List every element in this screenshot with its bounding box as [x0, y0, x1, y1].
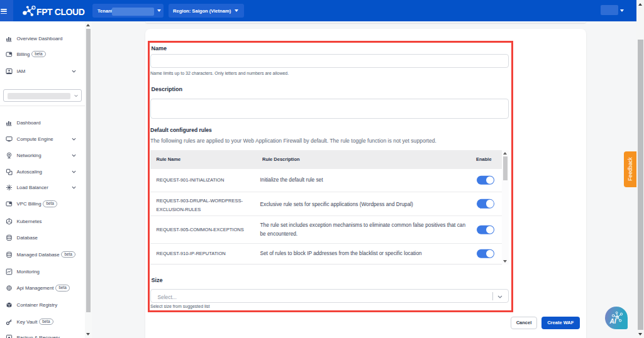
svg-text:AI: AI: [609, 318, 616, 325]
